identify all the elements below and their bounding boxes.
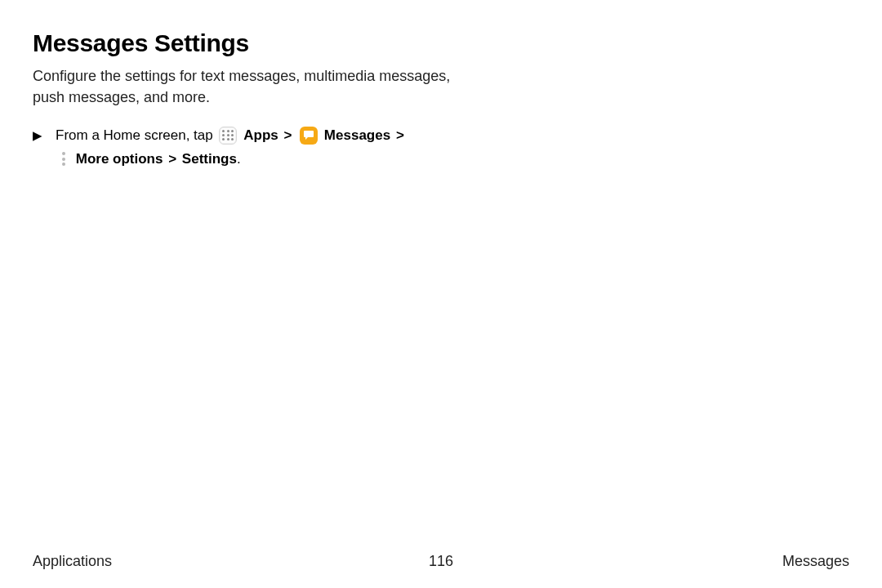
settings-label: Settings bbox=[182, 151, 237, 167]
page: Messages Settings Configure the settings… bbox=[0, 0, 882, 588]
footer-page-number: 116 bbox=[429, 553, 453, 570]
more-options-icon bbox=[58, 151, 69, 167]
chevron-2: > bbox=[396, 127, 404, 143]
footer-left: Applications bbox=[33, 553, 112, 570]
apps-grid-icon bbox=[219, 127, 237, 145]
period: . bbox=[237, 151, 241, 167]
step-lead-text: From a Home screen, tap bbox=[56, 127, 213, 143]
more-options-label: More options bbox=[76, 151, 163, 167]
page-description: Configure the settings for text messages… bbox=[33, 65, 457, 108]
play-triangle-icon: ▶ bbox=[33, 125, 42, 146]
page-footer: Applications 116 Messages bbox=[33, 553, 849, 570]
chevron-1: > bbox=[283, 127, 292, 143]
chevron-3: > bbox=[168, 151, 176, 167]
messages-label: Messages bbox=[324, 127, 390, 143]
messages-app-icon bbox=[300, 127, 318, 145]
footer-right: Messages bbox=[782, 553, 849, 570]
apps-label: Apps bbox=[243, 127, 278, 143]
page-title: Messages Settings bbox=[33, 29, 849, 57]
instruction-step: ▶ From a Home screen, tap Apps > Message… bbox=[33, 124, 480, 172]
